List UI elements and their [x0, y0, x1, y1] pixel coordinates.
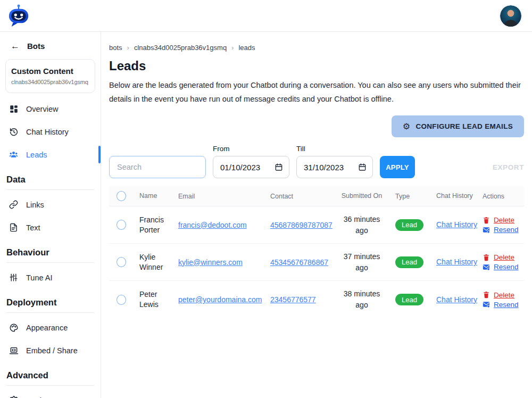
lead-email-link[interactable]: kylie@winners.com: [178, 258, 243, 267]
configure-button-label: CONFIGURE LEAD EMAILS: [415, 122, 513, 130]
column-header-name: Name: [133, 192, 173, 201]
from-date-input[interactable]: 01/10/2023: [213, 156, 289, 178]
sidebar-item-label: Tune AI: [26, 273, 52, 282]
sliders-icon: [9, 272, 19, 283]
back-label: Bots: [27, 42, 45, 51]
lead-name: Francis Porter: [133, 215, 173, 235]
chat-history-link[interactable]: Chat History: [436, 220, 477, 229]
select-all-checkbox[interactable]: [117, 191, 126, 201]
bot-card-title: Custom Content: [11, 67, 89, 76]
sidebar-item-label: Appearance: [26, 324, 68, 332]
lead-submitted-on: 38 minutes ago: [338, 288, 386, 311]
sidebar-item-label: Overview: [26, 105, 58, 113]
breadcrumb-leads[interactable]: leads: [238, 44, 255, 52]
breadcrumb-bots[interactable]: bots: [109, 44, 122, 52]
column-header-chat-history: Chat History: [426, 192, 481, 201]
sidebar-item-label: Text: [26, 223, 40, 232]
delete-link[interactable]: Delete: [494, 291, 514, 299]
resend-link[interactable]: Resend: [494, 263, 519, 271]
chat-history-link[interactable]: Chat History: [436, 295, 477, 304]
row-checkbox[interactable]: [117, 257, 126, 267]
back-to-bots-button[interactable]: ← Bots: [0, 40, 101, 58]
sidebar-item-appearance[interactable]: Appearance: [0, 318, 101, 337]
delete-link[interactable]: Delete: [494, 216, 514, 224]
sidebar-item-label: Links: [26, 201, 44, 209]
sidebar-item-chat-history[interactable]: Chat History: [0, 122, 101, 141]
sidebar-item-links[interactable]: Links: [0, 195, 101, 214]
lead-name: Kylie Winner: [133, 252, 173, 272]
top-header: [0, 0, 532, 32]
sidebar: ← Bots Custom Content clnabs34d0025prab3…: [0, 32, 101, 398]
row-checkbox[interactable]: [117, 295, 126, 305]
lead-name: Peter Lewis: [133, 289, 173, 310]
sidebar-item-tune-ai[interactable]: Tune AI: [0, 268, 101, 287]
trash-icon: [483, 291, 490, 298]
resend-link[interactable]: Resend: [494, 301, 519, 309]
chatbot-logo-icon[interactable]: [7, 4, 30, 28]
row-checkbox[interactable]: [117, 220, 126, 230]
apply-button[interactable]: APPLY: [380, 156, 415, 178]
history-icon: [9, 127, 19, 137]
gear-icon: ⚙: [403, 122, 411, 131]
column-header-actions: Actions: [481, 193, 524, 200]
sidebar-section-deployment: Deployment: [6, 297, 94, 313]
lead-type-badge: Lead: [395, 256, 423, 268]
table-row: Peter Lewis peter@yourdomaina.com 234567…: [109, 281, 524, 318]
sidebar-item-overview[interactable]: Overview: [0, 100, 101, 118]
lead-type-badge: Lead: [395, 219, 423, 231]
column-header-email: Email: [173, 193, 263, 200]
leads-table: Name Email Contact Submitted On Type Cha…: [109, 186, 524, 318]
lead-contact-link[interactable]: 456878698787087: [270, 221, 332, 229]
configure-lead-emails-button[interactable]: ⚙ CONFIGURE LEAD EMAILS: [392, 115, 524, 137]
sidebar-item-label: Settings: [26, 396, 54, 398]
sidebar-item-label: Leads: [26, 151, 47, 159]
bot-card[interactable]: Custom Content clnabs34d0025prab36v1gsmq: [5, 59, 95, 93]
calendar-icon[interactable]: [275, 163, 283, 171]
export-button[interactable]: EXPORT: [493, 163, 524, 171]
resend-link[interactable]: Resend: [494, 226, 519, 234]
sidebar-item-text[interactable]: Text: [0, 218, 101, 237]
sidebar-item-embed-share[interactable]: Embed / Share: [0, 341, 101, 360]
bot-card-id: clnabs34d0025prab36v1gsmq: [11, 79, 89, 85]
sidebar-section-data: Data: [6, 175, 94, 190]
lead-contact-link[interactable]: 45345676786867: [270, 258, 328, 267]
user-avatar[interactable]: [500, 5, 521, 27]
page-description: Below are the leads generated from your …: [109, 78, 523, 106]
sidebar-item-settings[interactable]: Settings: [0, 391, 101, 398]
lead-email-link[interactable]: francis@dedoot.com: [178, 221, 247, 229]
lead-email-link[interactable]: peter@yourdomaina.com: [178, 295, 262, 304]
search-input[interactable]: [109, 156, 206, 178]
delete-link[interactable]: Delete: [494, 253, 514, 261]
sidebar-item-leads[interactable]: Leads: [0, 145, 101, 164]
trash-icon: [483, 254, 490, 261]
app-window: ← Bots Custom Content clnabs34d0025prab3…: [0, 0, 532, 398]
calendar-icon[interactable]: [358, 163, 367, 171]
till-date-value: 31/10/2023: [304, 163, 344, 172]
lead-type-badge: Lead: [395, 294, 423, 305]
column-header-contact: Contact: [263, 193, 338, 200]
embed-code-icon: [9, 345, 19, 355]
breadcrumb-bot-id[interactable]: clnabs34d0025prab36v1gsmq: [134, 44, 227, 52]
sidebar-section-behaviour: Behaviour: [6, 247, 94, 263]
chevron-right-icon: ›: [231, 44, 234, 52]
from-label: From: [213, 145, 289, 153]
resend-mail-icon: [483, 226, 490, 234]
palette-icon: [9, 322, 19, 333]
lead-submitted-on: 37 minutes ago: [338, 251, 386, 273]
chat-history-link[interactable]: Chat History: [436, 258, 477, 266]
breadcrumb: bots › clnabs34d0025prab36v1gsmq › leads: [109, 44, 524, 52]
sidebar-item-label: Chat History: [26, 128, 69, 136]
column-header-type: Type: [386, 193, 426, 200]
filter-bar: From 01/10/2023 Till 31/10/2023: [109, 145, 524, 178]
till-label: Till: [296, 145, 373, 153]
users-icon: [9, 150, 19, 160]
table-row: Kylie Winner kylie@winners.com 453456767…: [109, 244, 524, 281]
table-row: Francis Porter francis@dedoot.com 456878…: [109, 206, 524, 244]
dashboard-icon: [9, 104, 19, 114]
document-icon: [9, 222, 19, 233]
lead-contact-link[interactable]: 23456776577: [270, 295, 316, 304]
trash-icon: [483, 217, 490, 224]
till-date-input[interactable]: 31/10/2023: [296, 156, 373, 178]
page-title: Leads: [109, 59, 524, 73]
column-header-submitted-on: Submitted On: [338, 191, 386, 201]
